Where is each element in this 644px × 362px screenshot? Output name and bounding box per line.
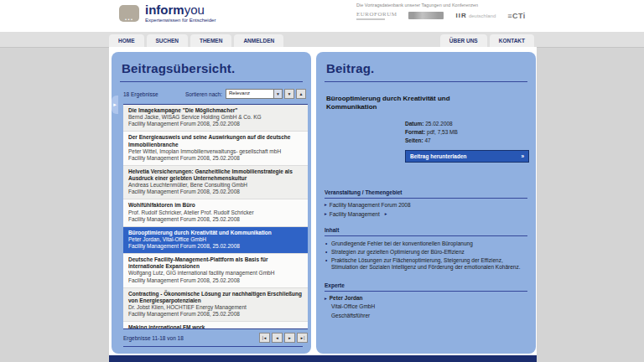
list-item[interactable]: Deutsche Facility-Management-Plattform a… (123, 254, 308, 288)
brand-name-light: you (184, 3, 205, 17)
item-title: Wohlfühlfaktoren im Büro (128, 202, 303, 209)
item-title: Bürooptimierung durch Kreativität und Ko… (128, 230, 303, 236)
event-forum-link-label: Facility Management Forum 2008 (330, 202, 411, 208)
list-item[interactable]: Helvetia Versicherungen: Ganzheitliche I… (123, 166, 308, 200)
expert-section: Experte ▸ Peter Jordan Vital-Office GmbH… (325, 282, 527, 319)
expert-role: Geschäftsführer (331, 312, 527, 319)
item-author: Peter Jordan, Vital-Office GmbH (128, 236, 303, 243)
article-meta: Datum: 25.02.2008 Format: pdf, 7,53 MB S… (405, 120, 529, 145)
item-title: Making international FM work (128, 324, 303, 329)
brand-name-bold: inform (145, 3, 184, 17)
footer-bar (109, 355, 537, 362)
collapse-panel-tab[interactable]: ◄ (112, 96, 118, 114)
cti-logo[interactable]: ≡CTi (507, 12, 526, 20)
list-item[interactable]: Die Imagekampagne "Die Möglichmacher" Be… (123, 105, 308, 132)
nav-ueber-uns[interactable]: ÜBER UNS (440, 34, 487, 47)
expert-section-heading: Experte (325, 282, 527, 292)
content-bullet: Praktische Lösungen zur Flächenoptimieru… (325, 257, 527, 272)
meta-format-label: Format: (405, 129, 425, 135)
iir-logo[interactable]: IIR deutschland (455, 12, 496, 19)
nav-home[interactable]: HOME (109, 34, 144, 47)
triangle-bullet-icon: ▸ (325, 296, 327, 301)
item-event: Facility Management Forum 2008, 25.02.20… (128, 277, 303, 284)
euroforum-logo[interactable]: EUROFORUM (356, 11, 397, 20)
sort-descending-button[interactable]: ▼ (284, 89, 294, 99)
nav-anmelden[interactable]: ANMELDEN (234, 34, 283, 47)
list-item[interactable]: Contracting - Ökonomische Lösung zur nac… (123, 288, 308, 323)
euroforum-subline (356, 18, 385, 20)
content-bullet: Grundlegende Fehler bei der konventionel… (325, 240, 527, 248)
item-event: Facility Management Forum 2008, 25.02.20… (128, 311, 303, 318)
event-topic-link[interactable]: ▸ Facility Management ▸ (325, 211, 527, 217)
pagination-label: Ergebnisse 11-18 von 18 (123, 335, 257, 341)
sort-selected-value: Relevanz (226, 90, 273, 98)
item-title: Deutsche Facility-Management-Plattform a… (128, 256, 303, 270)
navbar: HOME SUCHEN THEMEN ANMELDEN ÜBER UNS KON… (0, 32, 644, 48)
sort-select[interactable]: Relevanz ▼ (226, 89, 283, 99)
previous-page-button[interactable]: ◄ (272, 333, 283, 343)
results-panel-title: Beitragsübersicht. (122, 61, 301, 75)
chevron-down-icon[interactable]: ▼ (273, 90, 282, 98)
divider (123, 346, 303, 347)
iir-label: IIR (455, 12, 466, 19)
triangle-bullet-icon: ▸ (325, 202, 327, 207)
euroforum-label: EUROFORUM (356, 11, 397, 18)
results-list: Die Imagekampagne "Die Möglichmacher" Be… (123, 104, 308, 329)
results-panel: ◄ Beitragsübersicht. 18 Ergebnisse Sorti… (112, 52, 311, 354)
header: ... informyou Expertenwissen für Entsche… (0, 0, 644, 32)
sort-label: Sortieren nach: (185, 91, 222, 97)
meta-pages-value: 47 (424, 137, 430, 143)
meta-pages-label: Seiten: (405, 137, 423, 143)
event-section: Veranstaltung / Themengebiet ▸ Facility … (325, 189, 527, 217)
download-button-label: Beitrag herunterladen (410, 153, 521, 159)
event-section-heading: Veranstaltung / Themengebiet (325, 189, 527, 199)
content-bullet: Strategien zur gezielten Optimierung der… (325, 249, 527, 256)
last-page-button[interactable]: ►| (297, 333, 308, 343)
item-author: Andreas Leuchtenmüller, Bene Consulting … (128, 182, 303, 189)
item-author: Wolfgang Lutz, GIG international facilit… (128, 270, 303, 277)
brand-dots-icon: ... (119, 5, 139, 22)
double-arrow-icon: » (521, 153, 524, 159)
partner-logos: Die Vortragsdatenbank unserer Tagungen u… (356, 3, 579, 20)
meta-date-value: 25.02.2008 (425, 121, 453, 127)
list-item[interactable]: Making international FM work Stefan Wolt… (123, 322, 308, 329)
content-section-heading: Inhalt (325, 227, 527, 236)
partner-logo-box[interactable] (408, 12, 444, 19)
list-item[interactable]: Wohlfühlfaktoren im Büro Prof. Rudolf Sc… (123, 199, 308, 226)
item-author: Bernd Jacke, WISAG Service Holding GmbH … (128, 114, 303, 121)
brand-logo[interactable]: ... informyou Expertenwissen für Entsche… (119, 3, 216, 23)
partners-caption: Die Vortragsdatenbank unserer Tagungen u… (356, 3, 579, 8)
item-author: Prof. Rudolf Schricker, Atelier Prof. Ru… (128, 209, 303, 216)
brand-tagline: Expertenwissen für Entscheider (145, 18, 216, 23)
next-page-button[interactable]: ► (284, 333, 295, 343)
download-button[interactable]: Beitrag herunterladen » (405, 150, 529, 163)
detail-panel: Beitrag. Bürooptimierung durch Kreativit… (316, 52, 536, 354)
divider (325, 81, 527, 82)
expert-company: Vital-Office GmbH (331, 303, 527, 310)
iir-suffix: deutschland (469, 13, 496, 18)
item-event: Facility Management Forum 2008, 25.02.20… (128, 189, 303, 195)
brand-text: informyou Expertenwissen für Entscheider (145, 3, 216, 23)
item-title: Helvetia Versicherungen: Ganzheitliche I… (128, 168, 303, 182)
list-item[interactable]: Der Energieausweis und seine Auswirkunge… (123, 132, 308, 166)
expert-name: Peter Jordan (330, 295, 363, 301)
item-title: Contracting - Ökonomische Lösung zur nac… (128, 291, 303, 304)
first-page-button[interactable]: |◄ (259, 333, 270, 343)
nav-suchen[interactable]: SUCHEN (147, 34, 188, 47)
article-title: Bürooptimierung durch Kreativität und Ko… (326, 95, 481, 112)
event-forum-link[interactable]: ▸ Facility Management Forum 2008 (325, 202, 527, 208)
nav-themen[interactable]: THEMEN (190, 34, 231, 47)
item-event: Facility Management Forum 2008, 25.02.20… (128, 155, 303, 162)
item-title: Die Imagekampagne "Die Möglichmacher" (128, 107, 303, 114)
list-item-selected[interactable]: Bürooptimierung durch Kreativität und Ko… (123, 227, 308, 254)
expert-name-link[interactable]: ▸ Peter Jordan (325, 295, 527, 301)
nav-kontakt[interactable]: KONTAKT (490, 34, 534, 47)
meta-format: Format: pdf, 7,53 MB (405, 128, 529, 137)
item-author: Dr. Jobst Klien, HOCHTIEF Energy Managem… (128, 304, 303, 311)
pagination: Ergebnisse 11-18 von 18 |◄ ◄ ► ►| (123, 333, 308, 343)
meta-date: Datum: 25.02.2008 (405, 120, 529, 128)
chevron-right-icon: ▸ (385, 211, 387, 216)
sort-ascending-button[interactable]: ▲ (296, 89, 306, 99)
meta-pages: Seiten: 47 (405, 137, 529, 145)
item-event: Facility Management Forum 2008, 25.02.20… (128, 216, 303, 223)
